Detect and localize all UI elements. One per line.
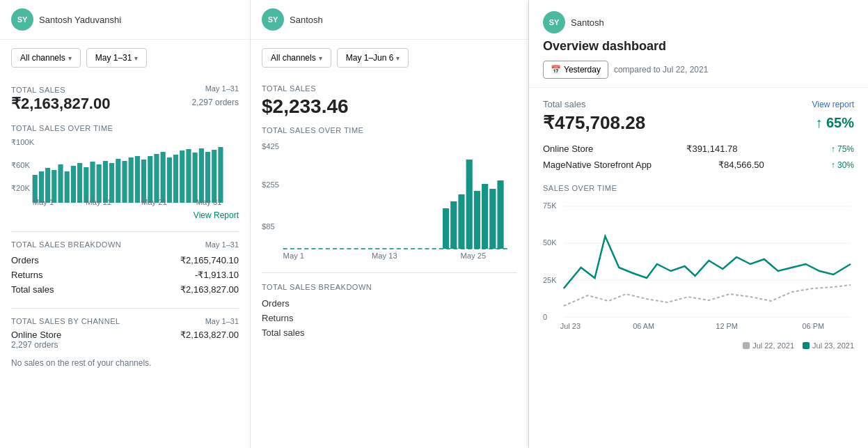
dashboard-content: Total sales View report ₹475,708.28 65% … [529,88,868,361]
svg-rect-12 [90,162,95,203]
svg-text:₹60K: ₹60K [11,161,31,169]
mid-chart-label: TOTAL SALES OVER TIME [262,126,517,134]
mid-total-label: TOTAL SALES [262,84,517,93]
avatar-left: SY [11,8,33,31]
big-value-row: ₹475,708.28 65% [543,112,854,134]
chart-legend: Jul 22, 2021 Jul 23, 2021 [543,341,854,350]
legend-item-0: Jul 22, 2021 [743,341,794,350]
line-chart-right: 75K 50K 25K 0 Jul [543,198,854,337]
total-sales-date: May 1–31 [205,84,239,93]
left-panel-header: SY Santosh Yaduvanshi [0,0,250,40]
svg-rect-29 [199,148,204,203]
breakdown-row-returns: Returns -₹1,913.10 [11,268,239,282]
svg-text:50K: 50K [543,238,557,247]
bar-chart-left: ₹100K ₹60K ₹20K [11,137,239,206]
total-sales-card-label: Total sales [543,99,585,109]
chart-section-left: TOTAL SALES OVER TIME ₹100K ₹60K ₹20K [11,124,239,220]
no-sales-text: No sales on the rest of your channels. [11,358,239,368]
middle-panel: SY Santosh All channels ▾ May 1–Jun 6 ▾ … [251,0,529,448]
mid-breakdown-orders: Orders [262,296,517,311]
view-report-link-right[interactable]: View report [812,100,854,109]
legend-item-1: Jul 23, 2021 [803,341,854,350]
mid-divider [262,272,517,273]
svg-rect-45 [474,191,480,249]
svg-text:May 1: May 1 [283,252,305,260]
svg-rect-30 [205,152,210,203]
svg-rect-17 [122,161,127,203]
store-row-0: Online Store ₹391,141.78 ↑ 75% [543,141,854,157]
svg-text:25K: 25K [543,276,557,284]
calendar-icon: 📅 [551,65,561,75]
legend-dot-1 [803,342,810,349]
breakdown-row-orders: Orders ₹2,165,740.10 [11,253,239,268]
left-filter-bar: All channels ▾ May 1–31 ▾ [0,40,250,76]
svg-text:May 31: May 31 [196,198,222,206]
svg-text:₹20K: ₹20K [11,184,31,192]
sales-over-time-section: SALES OVER TIME 75K 50K 25K 0 [543,184,854,350]
mid-total-value: $2,233.46 [262,95,517,118]
chevron-down-icon-mid-date: ▾ [396,54,400,62]
svg-text:0: 0 [543,313,547,321]
svg-text:75K: 75K [543,201,557,210]
svg-text:06 AM: 06 AM [633,322,654,330]
date-filter-btn-middle[interactable]: May 1–Jun 6 ▾ [337,48,409,68]
divider-1 [11,231,239,232]
svg-text:Jul 23: Jul 23 [560,322,581,330]
svg-text:₹100K: ₹100K [11,138,35,146]
svg-rect-43 [458,194,464,249]
svg-rect-28 [193,153,198,203]
svg-rect-18 [129,157,134,203]
svg-text:May 21: May 21 [141,198,167,206]
chart-label-left: TOTAL SALES OVER TIME [11,124,239,132]
svg-rect-22 [154,154,159,203]
svg-rect-47 [489,189,496,249]
date-filter-bar-right: 📅 Yesterday compared to Jul 22, 2021 [543,61,854,79]
middle-panel-header: SY Santosh [251,0,528,40]
total-sales-big-value: ₹475,708.28 [543,112,645,134]
svg-text:May 11: May 11 [86,198,111,206]
compared-text: compared to Jul 22, 2021 [614,65,708,75]
channel-date: May 1–31 [205,317,239,325]
dashboard-title: Overview dashboard [543,39,854,54]
svg-text:May 1: May 1 [33,198,54,206]
svg-text:$85: $85 [262,222,275,231]
total-sales-metric: TOTAL SALES May 1–31 ₹2,163,827.00 2,297… [11,84,239,113]
svg-rect-27 [186,149,191,203]
total-sales-label: TOTAL SALES [11,86,65,94]
channel-filter-btn-middle[interactable]: All channels ▾ [262,48,331,68]
svg-rect-23 [161,152,166,203]
svg-rect-41 [443,208,449,249]
middle-content: TOTAL SALES $2,233.46 TOTAL SALES OVER T… [251,76,528,360]
date-filter-btn-left[interactable]: May 1–31 ▾ [86,48,148,68]
user-name-right: Santosh [571,17,604,28]
user-name-left: Santosh Yaduvanshi [39,15,121,25]
legend-dot-0 [743,342,750,349]
right-panel: SY Santosh Overview dashboard 📅 Yesterda… [529,0,868,448]
view-report-link-left[interactable]: View Report [11,210,239,220]
svg-rect-14 [103,161,108,203]
svg-rect-7 [58,164,63,203]
svg-rect-15 [109,163,114,203]
svg-rect-46 [482,184,488,249]
left-panel-content: TOTAL SALES May 1–31 ₹2,163,827.00 2,297… [0,76,250,376]
channel-section-left: TOTAL SALES BY CHANNEL May 1–31 Online S… [11,317,239,350]
middle-filter-bar: All channels ▾ May 1–Jun 6 ▾ [251,40,528,76]
svg-rect-32 [218,147,223,203]
svg-rect-16 [116,159,120,203]
channel-row: Online Store 2,297 orders ₹2,163,827.00 [11,330,239,350]
mid-breakdown: TOTAL SALES BREAKDOWN Orders Returns Tot… [262,281,517,340]
svg-rect-31 [212,150,216,203]
svg-text:12 PM: 12 PM [716,322,738,330]
chevron-down-icon-date: ▾ [134,54,138,62]
mid-breakdown-total: Total sales [262,325,517,340]
svg-rect-26 [180,150,184,203]
yesterday-btn[interactable]: 📅 Yesterday [543,61,608,79]
divider-2 [11,308,239,309]
store-rows: Online Store ₹391,141.78 ↑ 75% MageNativ… [543,141,854,173]
total-sales-value: ₹2,163,827.00 [11,95,110,112]
svg-text:$255: $255 [262,180,279,189]
breakdown-row-total: Total sales ₹2,163,827.00 [11,282,239,297]
channel-filter-btn-left[interactable]: All channels ▾ [11,48,81,68]
avatar-middle: SY [262,8,284,31]
svg-text:06 PM: 06 PM [803,322,825,330]
